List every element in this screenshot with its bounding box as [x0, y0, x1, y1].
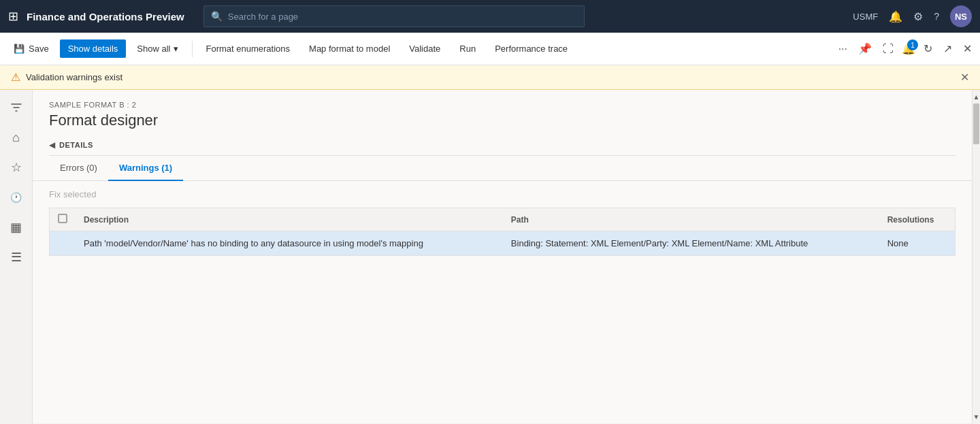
- row-path-cell: Binding: Statement: XML Element/Party: X…: [503, 231, 879, 256]
- warning-banner: ⚠ Validation warnings exist ✕: [0, 65, 980, 90]
- sidebar-filter-icon[interactable]: [4, 95, 29, 120]
- performance-trace-label: Performance trace: [495, 44, 568, 54]
- scroll-down-button[interactable]: ▼: [973, 410, 980, 423]
- map-format-button[interactable]: Map format to model: [301, 39, 398, 58]
- fix-selected-row: Fix selected: [33, 181, 972, 208]
- fix-selected-label: Fix selected: [49, 189, 96, 199]
- content-header: SAMPLE FORMAT B : 2 Format designer: [33, 90, 972, 135]
- close-button[interactable]: ✕: [960, 39, 975, 58]
- company-label: USMF: [853, 12, 878, 22]
- expand-icon[interactable]: ⛶: [880, 40, 896, 58]
- row-resolutions-cell: None: [879, 231, 955, 256]
- map-format-label: Map format to model: [309, 44, 390, 54]
- toolbar: 💾 Save Show details Show all ▾ Format en…: [0, 33, 980, 65]
- sidebar-recent-icon[interactable]: 🕐: [4, 185, 29, 210]
- show-details-label: Show details: [68, 44, 118, 54]
- table-header-row: Description Path Resolutions: [50, 208, 955, 231]
- breadcrumb: SAMPLE FORMAT B : 2: [49, 101, 956, 109]
- bell-icon[interactable]: 🔔: [889, 10, 902, 23]
- performance-trace-button[interactable]: Performance trace: [487, 39, 576, 58]
- nav-right: USMF 🔔 ⚙ ? NS: [853, 5, 972, 27]
- col-check: [50, 208, 76, 231]
- tab-errors[interactable]: Errors (0): [49, 156, 108, 181]
- badge-count: 1: [907, 39, 918, 50]
- row-description-cell: Path 'model/Vendor/Name' has no binding …: [76, 231, 503, 256]
- right-scrollbar: ▲ ▼: [972, 90, 980, 423]
- help-icon[interactable]: ?: [934, 11, 939, 22]
- sidebar-home-icon[interactable]: ⌂: [4, 125, 29, 150]
- details-section: ◀ DETAILS: [33, 135, 972, 156]
- scroll-track: [973, 103, 980, 410]
- details-header: ◀ DETAILS: [49, 135, 956, 156]
- run-button[interactable]: Run: [451, 39, 484, 58]
- sidebar-list-icon[interactable]: ☰: [4, 245, 29, 270]
- share-button[interactable]: ↗: [941, 39, 955, 58]
- details-label: DETAILS: [59, 141, 93, 149]
- sidebar-favorites-icon[interactable]: ☆: [4, 155, 29, 180]
- data-table: Description Path Resolutions Path 'model…: [49, 208, 956, 256]
- col-path-header[interactable]: Path: [503, 208, 879, 231]
- table-row[interactable]: Path 'model/Vendor/Name' has no binding …: [50, 231, 955, 256]
- content-area: SAMPLE FORMAT B : 2 Format designer ◀ DE…: [33, 90, 972, 423]
- svg-rect-0: [59, 214, 67, 223]
- col-description-header[interactable]: Description: [76, 208, 503, 231]
- save-icon: 💾: [14, 44, 24, 54]
- search-bar: 🔍: [203, 5, 585, 27]
- run-label: Run: [459, 44, 476, 54]
- main-layout: ⌂ ☆ 🕐 ▦ ☰ SAMPLE FORMAT B : 2 Format des…: [0, 90, 980, 423]
- notifications-badge[interactable]: 🔔 1: [902, 42, 915, 55]
- left-sidebar: ⌂ ☆ 🕐 ▦ ☰: [0, 90, 33, 423]
- toolbar-separator-1: [192, 41, 193, 57]
- pinned-icon[interactable]: 📌: [855, 39, 875, 58]
- save-button[interactable]: 💾 Save: [5, 39, 57, 58]
- show-all-label: Show all: [137, 44, 170, 54]
- toolbar-right: ··· 📌 ⛶ 🔔 1 ↻ ↗ ✕: [836, 39, 975, 58]
- row-check-cell: [50, 231, 76, 256]
- app-title: Finance and Operations Preview: [27, 11, 184, 22]
- format-enumerations-button[interactable]: Format enumerations: [198, 39, 299, 58]
- warning-close-button[interactable]: ✕: [960, 71, 969, 84]
- validate-button[interactable]: Validate: [401, 39, 448, 58]
- save-label: Save: [29, 44, 49, 54]
- show-all-button[interactable]: Show all ▾: [129, 39, 186, 58]
- search-icon: 🔍: [211, 11, 223, 22]
- show-details-button[interactable]: Show details: [60, 39, 127, 58]
- ellipsis-button[interactable]: ···: [836, 40, 850, 58]
- refresh-button[interactable]: ↻: [921, 39, 935, 58]
- search-input[interactable]: [228, 12, 577, 22]
- tabs-bar: Errors (0) Warnings (1): [33, 156, 972, 181]
- col-resolutions-header[interactable]: Resolutions: [879, 208, 955, 231]
- top-nav: ⊞ Finance and Operations Preview 🔍 USMF …: [0, 0, 980, 33]
- page-title: Format designer: [49, 112, 956, 129]
- scroll-thumb[interactable]: [973, 103, 979, 144]
- warning-icon: ⚠: [11, 71, 20, 84]
- fix-selected-button[interactable]: Fix selected: [49, 186, 96, 202]
- scroll-up-button[interactable]: ▲: [973, 90, 980, 103]
- format-enumerations-label: Format enumerations: [206, 44, 291, 54]
- warning-text: Validation warnings exist: [26, 72, 955, 82]
- sidebar-workspace-icon[interactable]: ▦: [4, 215, 29, 240]
- validate-label: Validate: [409, 44, 440, 54]
- collapse-icon[interactable]: ◀: [49, 140, 55, 150]
- app-grid-icon[interactable]: ⊞: [8, 9, 18, 24]
- user-avatar[interactable]: NS: [950, 5, 972, 27]
- tab-warnings[interactable]: Warnings (1): [108, 156, 183, 181]
- chevron-down-icon: ▾: [174, 44, 178, 54]
- gear-icon[interactable]: ⚙: [913, 10, 923, 23]
